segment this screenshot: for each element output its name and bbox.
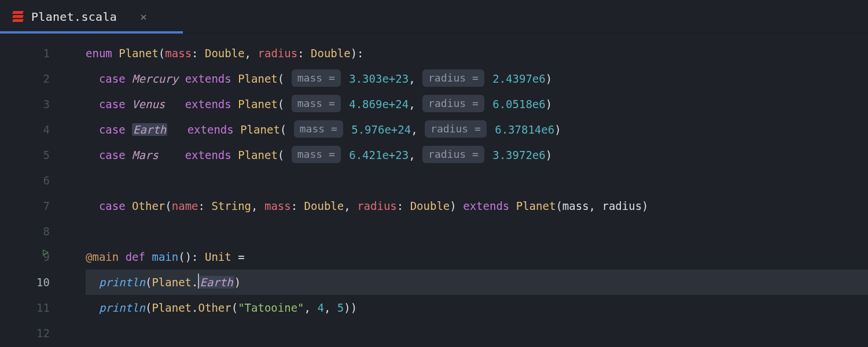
code-line: case Other(name: String, mass: Double, r… <box>86 193 868 219</box>
inlay-hint: mass = <box>292 95 341 112</box>
code-line: case Earth extends Planet( mass = 5.976e… <box>86 117 868 142</box>
inlay-hint: mass = <box>292 146 341 163</box>
tab-filename: Planet.scala <box>31 10 117 24</box>
line-number: 6 <box>0 168 50 193</box>
editor[interactable]: ▷ 1 2 3 4 5 6 7 8 9 10 11 12 enum Planet… <box>0 34 868 346</box>
code-line: case Mercury extends Planet( mass = 3.30… <box>86 66 868 91</box>
line-number: 12 <box>0 320 50 346</box>
code-line: @main def main(): Unit = <box>86 244 868 270</box>
line-number: 3 <box>0 91 50 117</box>
line-number: 2 <box>0 66 50 91</box>
line-number: 11 <box>0 295 50 320</box>
line-number: 10 <box>0 270 50 295</box>
code-line <box>86 168 868 193</box>
code-line-current: println(Planet.Earth) <box>86 270 868 295</box>
code-line: case Mars extends Planet( mass = 6.421e+… <box>86 142 868 168</box>
code-line: case Venus extends Planet( mass = 4.869e… <box>86 91 868 117</box>
tab-planet-scala[interactable]: Planet.scala × <box>0 0 160 33</box>
run-icon[interactable]: ▷ <box>43 246 49 257</box>
line-number: 4 <box>0 117 50 142</box>
line-number: 5 <box>0 142 50 168</box>
line-number: 7 <box>0 193 50 219</box>
line-number: 8 <box>0 219 50 244</box>
tab-bar: Planet.scala × <box>0 0 868 34</box>
inlay-hint: mass = <box>294 120 343 138</box>
close-icon[interactable]: × <box>140 10 147 24</box>
code-area[interactable]: enum Planet(mass: Double, radius: Double… <box>69 40 868 346</box>
inlay-hint: radius = <box>422 95 484 112</box>
inlay-hint: mass = <box>292 69 341 87</box>
line-number: 1 <box>0 40 50 66</box>
inlay-hint: radius = <box>422 146 484 163</box>
code-line <box>86 219 868 244</box>
code-line: enum Planet(mass: Double, radius: Double… <box>86 40 868 66</box>
gutter: ▷ 1 2 3 4 5 6 7 8 9 10 11 12 <box>0 40 69 346</box>
scala-icon <box>13 11 23 22</box>
code-line: println(Planet.Other("Tatooine", 4, 5)) <box>86 295 868 320</box>
code-line <box>86 320 868 346</box>
inlay-hint: radius = <box>422 69 484 87</box>
inlay-hint: radius = <box>425 120 487 138</box>
